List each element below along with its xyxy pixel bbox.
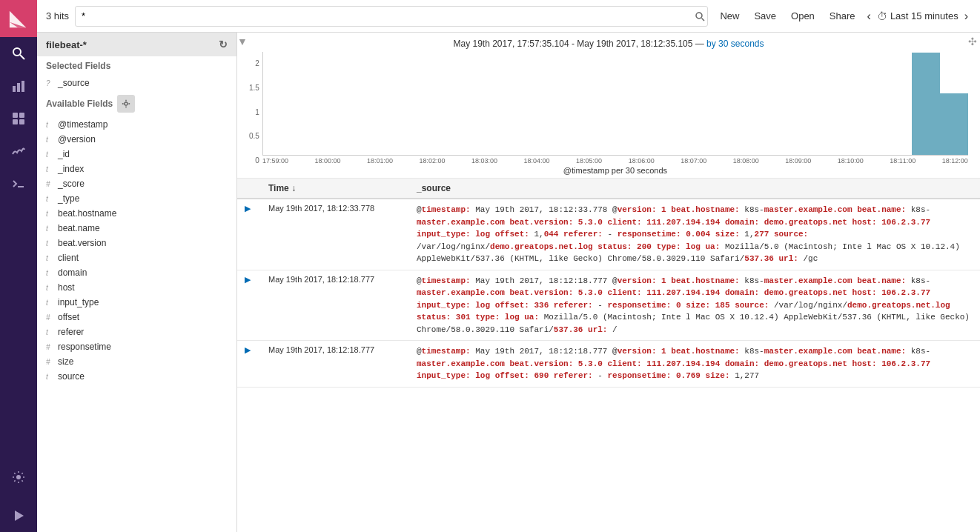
hits-count: 3 hits bbox=[46, 10, 69, 21]
x-label: 18:07:00 bbox=[681, 157, 706, 164]
topbar-actions: New Save Open Share ‹ ⏱ Last 15 minutes … bbox=[714, 7, 971, 24]
field-client[interactable]: t client bbox=[37, 250, 236, 265]
field-version[interactable]: t @version bbox=[37, 132, 236, 147]
x-label: 18:08:00 bbox=[733, 157, 759, 164]
row-expand-toggle[interactable]: ▶ bbox=[245, 345, 251, 354]
field-beat-version[interactable]: t beat.version bbox=[37, 236, 236, 250]
field-name-beat-name: beat.name bbox=[58, 223, 100, 233]
x-label: 17:59:00 bbox=[262, 157, 288, 164]
x-label: 18:09:00 bbox=[785, 157, 811, 164]
time-range-display: ⏱ Last 15 minutes bbox=[877, 10, 959, 22]
index-pattern-name: filebeat-* bbox=[46, 39, 87, 50]
table-row: ▶May 19th 2017, 18:12:18.777@timestamp: … bbox=[237, 341, 980, 388]
field-beat-name[interactable]: t beat.name bbox=[37, 221, 236, 236]
x-label: 18:05:00 bbox=[576, 157, 602, 164]
by-seconds-link[interactable]: by 30 seconds bbox=[706, 39, 764, 49]
field-host[interactable]: t host bbox=[37, 280, 236, 295]
row-toggle-cell: ▶ bbox=[237, 270, 261, 341]
chart-bar[interactable] bbox=[940, 93, 968, 155]
field-name-beat-hostname: beat.hostname bbox=[58, 208, 116, 219]
field-score[interactable]: # _score bbox=[37, 176, 236, 191]
share-button[interactable]: Share bbox=[824, 7, 861, 24]
svg-line-3 bbox=[20, 55, 24, 59]
row-expand-toggle[interactable]: ▶ bbox=[245, 275, 251, 284]
sidebar-item-management[interactable] bbox=[0, 461, 37, 493]
sidebar-item-dashboard[interactable] bbox=[0, 102, 37, 135]
svg-marker-12 bbox=[15, 511, 24, 521]
field-type-field[interactable]: t _type bbox=[37, 191, 236, 206]
field-type-t: t bbox=[46, 121, 53, 129]
x-label: 18:01:00 bbox=[367, 157, 393, 164]
sidebar-item-devtools[interactable] bbox=[0, 167, 37, 200]
svg-rect-5 bbox=[17, 83, 20, 92]
y-label-1-5: 1.5 bbox=[249, 84, 259, 92]
search-button[interactable] bbox=[695, 11, 705, 21]
x-label: 18:03:00 bbox=[471, 157, 497, 164]
clock-icon: ⏱ bbox=[877, 10, 887, 22]
field-name-responsetime: responsetime bbox=[58, 342, 111, 352]
sidebar-item-play[interactable] bbox=[0, 499, 37, 532]
chart-y-axis: 2 1.5 1 0.5 0 bbox=[249, 59, 262, 178]
selected-fields-header: Selected Fields bbox=[37, 56, 236, 76]
save-button[interactable]: Save bbox=[748, 7, 782, 24]
time-cell: May 19th 2017, 18:12:33.778 bbox=[261, 199, 409, 270]
chart-expand-icon[interactable]: ✣ bbox=[968, 36, 977, 47]
sidebar-item-timelion[interactable] bbox=[0, 135, 37, 167]
chart-bars bbox=[262, 52, 968, 156]
field-id[interactable]: t _id bbox=[37, 147, 236, 162]
source-cell: @timestamp: May 19th 2017, 18:12:33.778 … bbox=[409, 199, 980, 270]
x-label: 18:04:00 bbox=[524, 157, 550, 164]
x-label: 18:12:00 bbox=[942, 157, 968, 164]
field-name-score: _score bbox=[58, 179, 85, 189]
chart-collapse-icon[interactable]: ▼ bbox=[237, 36, 248, 47]
field-size[interactable]: # size bbox=[37, 354, 236, 369]
available-fields-header: Available Fields bbox=[46, 99, 113, 109]
field-referer[interactable]: t referer bbox=[37, 325, 236, 339]
field-domain[interactable]: t domain bbox=[37, 265, 236, 280]
row-expand-toggle[interactable]: ▶ bbox=[245, 204, 251, 213]
time-cell: May 19th 2017, 18:12:18.777 bbox=[261, 270, 409, 341]
selected-field-source[interactable]: ? _source bbox=[37, 76, 236, 90]
kibana-logo[interactable] bbox=[0, 0, 37, 37]
field-responsetime[interactable]: # responsetime bbox=[37, 339, 236, 354]
content-area: filebeat-* ↻ Selected Fields ? _source A… bbox=[37, 33, 980, 532]
fields-settings-button[interactable] bbox=[117, 95, 135, 113]
field-name-domain: domain bbox=[58, 267, 87, 278]
new-button[interactable]: New bbox=[714, 7, 745, 24]
field-input-type[interactable]: t input_type bbox=[37, 295, 236, 310]
expand-col-header bbox=[237, 179, 261, 199]
chart-bar[interactable] bbox=[912, 53, 940, 155]
sidebar-item-discover[interactable] bbox=[0, 37, 37, 70]
prev-time-button[interactable]: ‹ bbox=[864, 8, 874, 24]
svg-rect-8 bbox=[19, 113, 24, 118]
results-area[interactable]: Time ↓ _source ▶May 19th 2017, 18:12:33.… bbox=[237, 179, 980, 532]
field-source[interactable]: t source bbox=[37, 369, 236, 384]
svg-point-13 bbox=[696, 13, 702, 19]
field-timestamp[interactable]: t @timestamp bbox=[37, 117, 236, 132]
field-name-version: @version bbox=[58, 134, 96, 144]
y-label-0: 0 bbox=[249, 156, 259, 164]
refresh-icon[interactable]: ↻ bbox=[219, 39, 228, 50]
search-input[interactable] bbox=[75, 6, 708, 27]
sidebar-item-visualize[interactable] bbox=[0, 70, 37, 102]
time-col-header[interactable]: Time ↓ bbox=[261, 179, 409, 199]
field-name-source: source bbox=[58, 371, 85, 382]
y-label-2: 2 bbox=[249, 59, 259, 67]
field-name-type: _type bbox=[58, 193, 79, 204]
y-label-1: 1 bbox=[249, 108, 259, 116]
chart-area: May 19th 2017, 17:57:35.104 - May 19th 2… bbox=[237, 33, 980, 179]
field-offset[interactable]: # offset bbox=[37, 310, 236, 325]
left-panel: filebeat-* ↻ Selected Fields ? _source A… bbox=[37, 33, 237, 532]
chart-date-range: May 19th 2017, 17:57:35.104 - May 19th 2… bbox=[249, 39, 968, 49]
time-cell: May 19th 2017, 18:12:18.777 bbox=[261, 341, 409, 388]
field-name-timestamp: @timestamp bbox=[58, 119, 108, 130]
open-button[interactable]: Open bbox=[785, 7, 821, 24]
sort-icon: ↓ bbox=[291, 183, 296, 193]
chart-x-labels: 17:59:0018:00:0018:01:0018:02:0018:03:00… bbox=[262, 156, 968, 164]
source-col-header: _source bbox=[409, 179, 980, 199]
field-name-offset: offset bbox=[58, 312, 79, 322]
field-index[interactable]: t _index bbox=[37, 162, 236, 176]
field-beat-hostname[interactable]: t beat.hostname bbox=[37, 206, 236, 221]
field-name-referer: referer bbox=[58, 327, 84, 337]
next-time-button[interactable]: › bbox=[961, 8, 971, 24]
